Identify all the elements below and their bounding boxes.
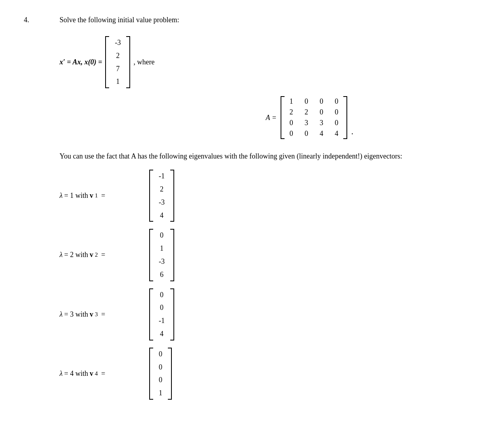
period: .: [351, 126, 354, 139]
e2-col-rows: 0 1 -3 6: [156, 229, 168, 281]
cell-0-2: 0: [317, 97, 326, 106]
eigen-4: λ = 4 with v4 = 0 0 0 1: [60, 348, 480, 400]
matrix-row-2: 0 3 3 0: [287, 118, 341, 128]
eigen-3-label: λ = 3 with v3 =: [60, 310, 147, 319]
problem-header: 4. Solve the following initial value pro…: [24, 16, 480, 24]
cell-2-3: 0: [332, 119, 341, 127]
a-label: A =: [266, 114, 277, 122]
a-bracket-right: [343, 96, 347, 139]
sub-2: 2: [95, 251, 98, 258]
e1-cell-1: 2: [156, 183, 168, 196]
iv-equation: x′ = Ax, x(0) = -3 2 7 1 , where: [60, 36, 480, 88]
bracket-right: [126, 36, 130, 88]
e2-cell-3: 6: [156, 268, 168, 281]
e3-cell-0: 0: [156, 288, 168, 302]
e4-cell-3: 1: [156, 387, 165, 400]
e4-cell-2: 0: [156, 373, 165, 387]
cell-2-0: 0: [287, 119, 296, 127]
e1-col-rows: -1 2 -3 4: [156, 170, 168, 222]
e3-bracket-left: [149, 288, 153, 340]
problem-number: 4.: [24, 16, 36, 24]
cell-0-0: 1: [287, 97, 296, 106]
e1-bracket-right: [170, 170, 174, 222]
eigen-1-vector: -1 2 -3 4: [149, 170, 174, 222]
e4-bracket-right: [168, 348, 172, 400]
sub-3: 3: [95, 311, 98, 318]
a-matrix-rows: 1 0 0 0 2 2 0 0 0 3: [287, 96, 341, 139]
eigen-4-vector: 0 0 0 1: [149, 348, 172, 400]
paragraph: You can use the fact that A has the foll…: [60, 151, 417, 162]
eigen-4-label: λ = 4 with v4 =: [60, 369, 147, 378]
e4-bracket-left: [149, 348, 153, 400]
col-cell-2: 7: [112, 62, 124, 75]
e1-cell-2: -3: [156, 196, 168, 209]
e1-bracket-left: [149, 170, 153, 222]
cell-2-1: 3: [302, 119, 311, 127]
e1-cell-3: 4: [156, 209, 168, 222]
cell-1-3: 0: [332, 108, 341, 116]
eigen-2-label: λ = 2 with v2 =: [60, 251, 147, 259]
col-cell-3: 1: [112, 75, 124, 88]
where-text: , where: [133, 58, 154, 66]
cell-1-2: 0: [317, 108, 326, 116]
sub-1: 1: [95, 192, 98, 199]
eigen-2: λ = 2 with v2 = 0 1 -3 6: [60, 229, 480, 281]
e2-bracket-left: [149, 229, 153, 281]
cell-3-2: 4: [317, 130, 326, 138]
eigen-1: λ = 1 with v1 = -1 2 -3 4: [60, 170, 480, 222]
e1-cell-0: -1: [156, 170, 168, 183]
cell-3-1: 0: [302, 130, 311, 138]
e3-col-rows: 0 0 -1 4: [156, 288, 168, 340]
eigen-3: λ = 3 with v3 = 0 0 -1 4: [60, 288, 480, 340]
eigen-2-vector: 0 1 -3 6: [149, 229, 174, 281]
cell-2-2: 3: [317, 119, 326, 127]
eigen-1-label: λ = 1 with v1 =: [60, 191, 147, 200]
eigen-3-vector: 0 0 -1 4: [149, 288, 174, 340]
page-container: 4. Solve the following initial value pro…: [24, 16, 480, 400]
e4-cell-1: 0: [156, 361, 165, 374]
a-matrix-container: 1 0 0 0 2 2 0 0 0 3: [281, 96, 347, 139]
matrix-row-3: 0 0 4 4: [287, 128, 341, 139]
e2-cell-1: 1: [156, 242, 168, 255]
e3-cell-3: 4: [156, 327, 168, 340]
e3-bracket-right: [170, 288, 174, 340]
cell-3-0: 0: [287, 130, 296, 138]
cell-1-1: 2: [302, 108, 311, 116]
problem-title: Solve the following initial value proble…: [60, 16, 179, 24]
bracket-left: [105, 36, 109, 88]
cell-0-1: 0: [302, 97, 311, 106]
a-matrix-section: A = 1 0 0 0 2 2 0 0: [139, 96, 480, 139]
cell-3-3: 4: [332, 130, 341, 138]
e2-cell-0: 0: [156, 229, 168, 242]
col-cell-0: -3: [112, 36, 124, 49]
e4-cell-0: 0: [156, 348, 165, 361]
eigenvectors-list: λ = 1 with v1 = -1 2 -3 4 λ =: [60, 170, 480, 400]
col-cell-1: 2: [112, 49, 124, 62]
cell-0-3: 0: [332, 97, 341, 106]
matrix-row-0: 1 0 0 0: [287, 96, 341, 107]
e3-cell-2: -1: [156, 314, 168, 327]
col-rows: -3 2 7 1: [112, 36, 124, 88]
e4-col-rows: 0 0 0 1: [156, 348, 165, 400]
main-content: x′ = Ax, x(0) = -3 2 7 1 , where A =: [60, 36, 480, 400]
a-bracket-left: [281, 96, 285, 139]
matrix-row-1: 2 2 0 0: [287, 107, 341, 118]
initial-vector: -3 2 7 1: [105, 36, 130, 88]
e3-cell-1: 0: [156, 301, 168, 314]
cell-1-0: 2: [287, 108, 296, 116]
e2-cell-2: -3: [156, 255, 168, 268]
e2-bracket-right: [170, 229, 174, 281]
equation-text: x′ = Ax, x(0) =: [60, 58, 102, 66]
sub-4: 4: [95, 370, 98, 377]
